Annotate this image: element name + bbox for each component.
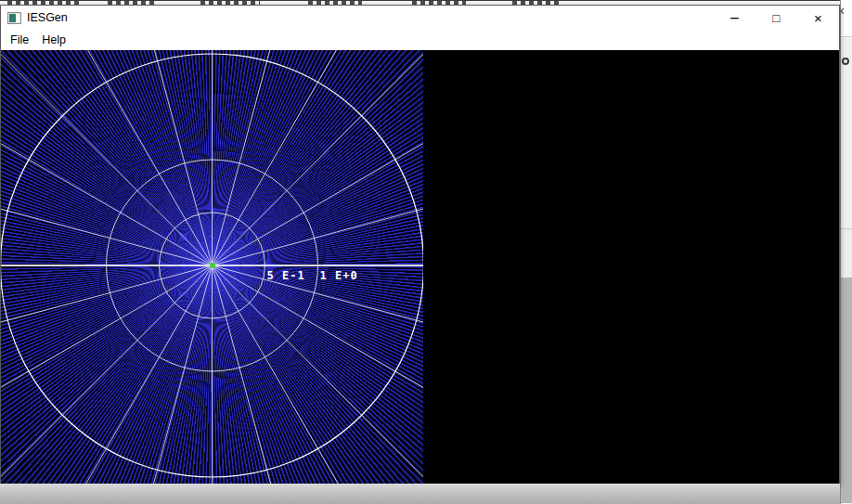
screen: × IESGen – □ × File Help [0,0,852,504]
center-marker [210,263,215,268]
radial-label: 1 E+0 [320,269,358,282]
minimize-button[interactable]: – [714,6,755,30]
background-window-body [841,278,852,503]
client-area: 5 E-1 1 E+0 [1,50,839,484]
background-window-panel [841,229,852,278]
polar-plot[interactable]: 5 E-1 1 E+0 [1,50,423,484]
maximize-button[interactable]: □ [755,6,797,30]
right-pane[interactable] [423,50,839,484]
close-button[interactable]: × [797,6,839,30]
window-title: IESGen [27,11,68,24]
background-window-toolbar [841,37,852,229]
iesgen-window: IESGen – □ × File Help 5 E-1 1 E+0 [0,5,840,484]
background-window-right-sliver[interactable]: × [840,0,852,504]
app-icon[interactable] [7,12,21,24]
menubar: File Help [1,30,839,49]
titlebar: IESGen – □ × [1,6,839,30]
close-icon[interactable]: × [840,4,845,19]
desktop-strip [0,484,840,504]
search-icon [842,58,849,65]
window-controls: – □ × [714,6,839,30]
background-window-titlebar: × [841,0,852,37]
radial-label: 5 E-1 [267,269,305,282]
menu-help[interactable]: Help [35,32,72,48]
menu-file[interactable]: File [4,32,35,48]
